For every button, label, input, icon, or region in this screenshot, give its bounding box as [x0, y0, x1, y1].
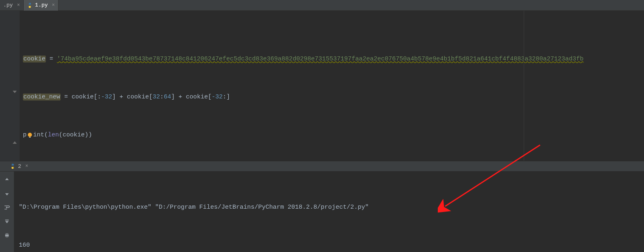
svg-rect-3: [6, 234, 8, 235]
close-icon[interactable]: ×: [17, 2, 20, 8]
variable-def: cookie_new: [23, 94, 61, 100]
svg-rect-1: [29, 137, 31, 138]
code-content[interactable]: cookie = '74ba95cdeaef9e38fdd0543be78737…: [20, 11, 644, 161]
python-file-icon: [10, 163, 16, 169]
collapse-icon[interactable]: [11, 89, 18, 95]
collapse-end-icon[interactable]: [11, 139, 18, 146]
editor-tab-1py[interactable]: 1.py ×: [24, 0, 59, 11]
tab-label: 1.py: [35, 2, 48, 8]
run-tab-label: 2: [18, 163, 21, 169]
python-file-icon: [27, 2, 33, 8]
run-tab[interactable]: 2 ×: [10, 163, 28, 169]
print-icon[interactable]: [3, 231, 11, 239]
string-literal: '74ba95cdeaef9e38fdd0543be78737148c84120…: [57, 56, 583, 62]
close-icon[interactable]: ×: [25, 163, 28, 169]
svg-rect-4: [6, 236, 8, 237]
scroll-down-icon[interactable]: [3, 190, 11, 198]
editor-tabs-bar: .py × 1.py ×: [0, 0, 644, 11]
editor-tab-py[interactable]: .py ×: [0, 0, 24, 11]
variable-def: cookie: [23, 56, 46, 62]
scroll-to-end-icon[interactable]: [3, 217, 11, 225]
console-line: "D:\Program Files\python\python.exe" "D:…: [19, 201, 639, 214]
svg-point-0: [28, 133, 32, 137]
console-output[interactable]: "D:\Program Files\python\python.exe" "D:…: [14, 172, 644, 252]
run-toolwindow-header: 2 ×: [0, 161, 644, 172]
intention-bulb-icon[interactable]: [27, 131, 33, 137]
soft-wrap-icon[interactable]: [3, 203, 11, 212]
run-console: "D:\Program Files\python\python.exe" "D:…: [0, 172, 644, 252]
console-toolbar: [0, 172, 14, 252]
right-margin-line: [524, 11, 524, 161]
code-editor[interactable]: cookie = '74ba95cdeaef9e38fdd0543be78737…: [0, 11, 644, 161]
close-icon[interactable]: ×: [52, 2, 55, 8]
console-line: 160: [19, 239, 639, 252]
editor-gutter: [0, 11, 20, 161]
tab-label: .py: [3, 2, 13, 8]
scroll-up-icon[interactable]: [3, 176, 11, 184]
